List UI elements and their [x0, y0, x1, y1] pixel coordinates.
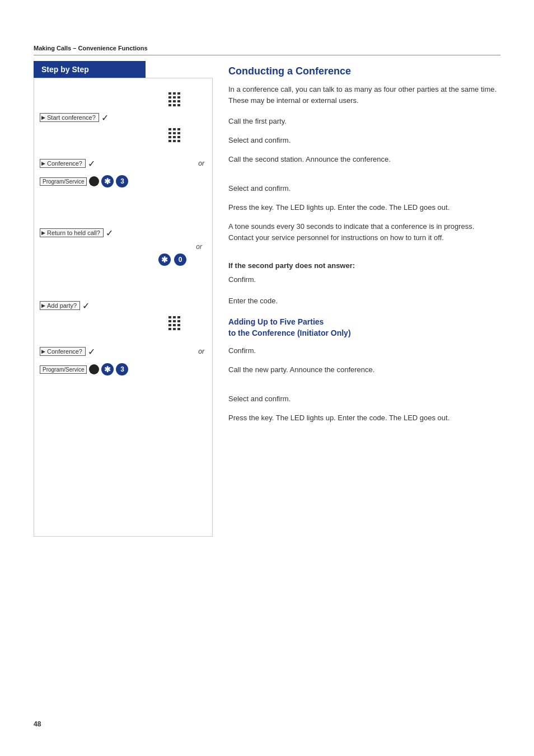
- step-text-confirm1: Confirm.: [228, 272, 500, 288]
- section-title: Conducting a Conference: [228, 65, 500, 77]
- program-service-row-1: Program/Service ✱ 3: [40, 175, 128, 187]
- bold-if-no-answer: If the second party does not answer:: [228, 261, 500, 270]
- step-by-step-header: Step by Step: [34, 61, 146, 78]
- step-row-conf1: Conference? ✓ or: [40, 156, 207, 171]
- page: Making Calls – Convenience Functions Ste…: [0, 0, 534, 756]
- step-text-call-first: Call the first party.: [228, 114, 500, 129]
- sub-section-title: Adding Up to Five Partiesto the Conferen…: [228, 317, 500, 339]
- step-text-enter-code: Enter the code.: [228, 293, 500, 309]
- star-key-2: ✱: [158, 253, 171, 266]
- star-key-1: ✱: [101, 175, 114, 187]
- check-conf2: ✓: [88, 346, 95, 357]
- step-text-select2: Select and confirm.: [228, 181, 500, 196]
- left-column: Step by Step Start conference?: [34, 61, 213, 537]
- num3-key-2: 3: [116, 363, 128, 375]
- page-number: 48: [34, 720, 41, 728]
- program-service-row-2: Program/Service ✱ 3: [40, 363, 128, 375]
- step-row-conf2: Conference? ✓ or: [40, 344, 207, 359]
- keypad-icon-1: [168, 92, 181, 107]
- or-row-2: or: [40, 243, 207, 251]
- step-row-keypad1: [40, 92, 207, 107]
- check-return: ✓: [106, 228, 113, 238]
- ps-label-2: Program/Service: [40, 365, 87, 374]
- step-row-ps1: Program/Service ✱ 3: [40, 173, 207, 189]
- left-panel: Start conference? ✓: [34, 78, 213, 537]
- step-row-ps2: Program/Service ✱ 3: [40, 361, 207, 377]
- step-row-return: Return to held call? ✓: [40, 225, 207, 241]
- conference-btn-2: Conference?: [40, 347, 86, 356]
- step-text-tone-info: A tone sounds every 30 seconds to indica…: [228, 219, 500, 257]
- num3-key-1: 3: [116, 175, 128, 187]
- right-column: Conducting a Conference In a conference …: [213, 61, 500, 537]
- header-title: Making Calls – Convenience Functions: [34, 45, 148, 51]
- step-text-select3: Select and confirm.: [228, 391, 500, 407]
- check-start-conf: ✓: [101, 112, 109, 123]
- num0-key: 0: [174, 253, 186, 266]
- return-held-btn: Return to held call?: [40, 228, 104, 237]
- step-row-keypad2: [40, 128, 207, 143]
- step-text-press-key-2: Press the key. The LED lights up. Enter …: [228, 410, 500, 431]
- or-label-3: or: [198, 348, 207, 355]
- intro-text: In a conference call, you can talk to as…: [228, 84, 500, 106]
- ps-label-1: Program/Service: [40, 177, 87, 186]
- keypad-icon-2: [168, 128, 181, 143]
- add-party-btn: Add party?: [40, 301, 80, 310]
- step-text-call-new: Call the new party. Announce the confere…: [228, 362, 500, 378]
- page-header: Making Calls – Convenience Functions: [34, 45, 500, 55]
- oval-icon-1: [89, 176, 99, 186]
- step-row-start-conf: Start conference? ✓: [40, 110, 207, 125]
- start-conference-btn: Start conference?: [40, 113, 99, 122]
- main-content: Step by Step Start conference?: [34, 61, 500, 537]
- step-text-confirm2: Confirm.: [228, 343, 500, 359]
- or-label-1: or: [198, 159, 207, 167]
- step-row-star0: ✱ 0: [40, 252, 207, 267]
- step-text-call-second: Call the second station. Announce the co…: [228, 152, 500, 167]
- step-row-keypad3: [40, 316, 207, 331]
- step-row-add-party: Add party? ✓: [40, 298, 207, 313]
- star-key-3: ✱: [101, 363, 114, 375]
- check-conf1: ✓: [88, 158, 95, 169]
- oval-icon-2: [89, 364, 99, 374]
- step-text-press-key-1: Press the key. The LED lights up. Enter …: [228, 200, 500, 215]
- check-add-party: ✓: [82, 300, 90, 311]
- step-text-select1: Select and confirm.: [228, 133, 500, 148]
- keypad-icon-3: [168, 316, 181, 331]
- conference-btn-1: Conference?: [40, 159, 86, 168]
